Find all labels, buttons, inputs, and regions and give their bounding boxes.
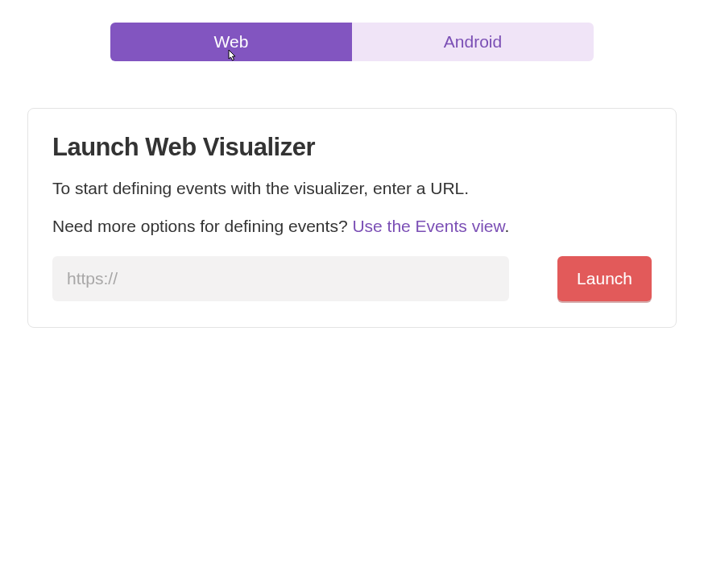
card-subtitle: To start defining events with the visual… (52, 176, 652, 200)
tab-web[interactable]: Web (110, 23, 352, 61)
prompt-prefix: Need more options for defining events? (52, 217, 352, 235)
launch-button-label: Launch (577, 269, 632, 288)
url-input[interactable] (52, 256, 509, 301)
platform-tabs: Web Android (110, 23, 594, 61)
card-title: Launch Web Visualizer (52, 133, 652, 162)
tab-web-label: Web (214, 32, 249, 51)
input-row: Launch (52, 256, 652, 301)
prompt-suffix: . (505, 217, 510, 235)
launch-card: Launch Web Visualizer To start defining … (27, 108, 677, 328)
events-view-link[interactable]: Use the Events view (352, 217, 504, 235)
tab-android[interactable]: Android (352, 23, 594, 61)
card-prompt: Need more options for defining events? U… (52, 214, 652, 238)
launch-button[interactable]: Launch (557, 256, 652, 301)
tab-android-label: Android (444, 32, 502, 51)
